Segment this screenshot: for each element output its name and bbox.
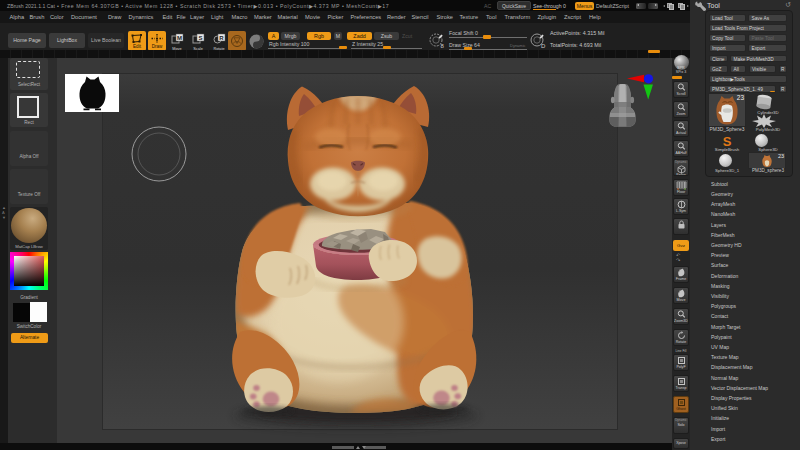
svg-text:R: R — [219, 35, 224, 41]
svg-text:D: D — [541, 43, 546, 49]
svg-text:S: S — [723, 134, 732, 148]
svg-text:8: 8 — [441, 43, 445, 49]
svg-text:S: S — [198, 35, 202, 41]
svg-text:M: M — [177, 35, 182, 41]
